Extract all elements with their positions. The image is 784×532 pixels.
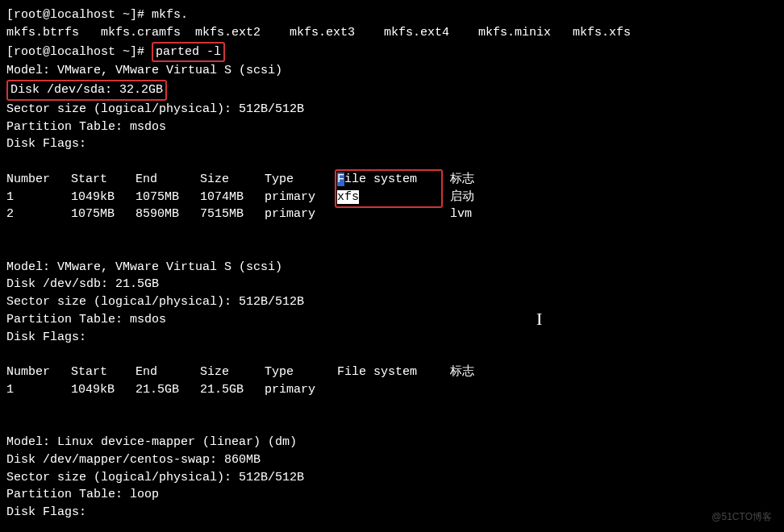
disk3-sector: Sector size (logical/physical): 512B/512…: [6, 469, 778, 487]
col-end: End: [136, 171, 200, 189]
disk3-disk: Disk /dev/mapper/centos-swap: 860MB: [6, 451, 778, 469]
prompt-line-1: [root@localhost ~]# mkfs.: [6, 6, 778, 24]
prompt-line-2: [root@localhost ~]# parted -l: [6, 42, 778, 63]
blank: [6, 153, 778, 171]
cell-start: 1049kB: [71, 381, 136, 399]
col-filesystem: File system: [337, 364, 450, 381]
col-filesystem: File system: [337, 171, 450, 189]
cell-size: 1074MB: [200, 189, 265, 206]
mkfs-completion-list: mkfs.btrfs mkfs.cramfs mkfs.ext2 mkfs.ex…: [6, 24, 778, 42]
disk1-row-1: 1 1049kB 1075MB 1074MB primary xfs 启动: [6, 189, 778, 206]
cell-start: 1075MB: [71, 206, 136, 223]
cell-num: 1: [6, 189, 71, 206]
cell-end: 1075MB: [136, 189, 200, 206]
col-type: Type: [265, 171, 337, 189]
disk3-model: Model: Linux device-mapper (linear) (dm): [6, 434, 778, 451]
cell-fs: [337, 381, 450, 399]
disk2-ptable: Partition Table: msdos: [6, 311, 778, 329]
disk2-sector: Sector size (logical/physical): 512B/512…: [6, 293, 778, 311]
blank: [6, 241, 778, 259]
cell-type: primary: [265, 206, 337, 223]
col-size: Size: [200, 171, 265, 189]
col-number: Number: [6, 364, 71, 381]
cell-end: 21.5GB: [136, 381, 200, 399]
cell-start: 1049kB: [71, 189, 136, 206]
cell-type: primary: [265, 381, 337, 399]
blank: [6, 223, 778, 241]
cell-num: 2: [6, 206, 71, 223]
disk3-flags: Disk Flags:: [6, 504, 778, 522]
disk1-sector: Sector size (logical/physical): 512B/512…: [6, 101, 778, 118]
disk3-ptable: Partition Table: loop: [6, 486, 778, 504]
disk1-disk-line: Disk /dev/sda: 32.2GB: [6, 80, 778, 101]
blank: [6, 416, 778, 434]
disk2-disk: Disk /dev/sdb: 21.5GB: [6, 276, 778, 293]
cell-flag: 启动: [450, 189, 515, 206]
disk1-row-2: 2 1075MB 8590MB 7515MB primary lvm: [6, 206, 778, 223]
cell-fs: xfs: [337, 189, 450, 206]
xfs-selected: xfs: [337, 190, 359, 204]
cell-size: 21.5GB: [200, 381, 265, 399]
disk1-disk-highlight: Disk /dev/sda: 32.2GB: [6, 80, 167, 101]
fs-rest: ile system: [344, 172, 417, 186]
blank: [6, 399, 778, 417]
col-end: End: [136, 364, 200, 381]
cell-flag: lvm: [450, 206, 515, 223]
text-cursor-icon: I: [536, 306, 542, 332]
command-mkfs: mkfs.: [152, 8, 188, 22]
col-start: Start: [71, 171, 136, 189]
col-size: Size: [200, 364, 265, 381]
col-flag: 标志: [450, 364, 515, 381]
blank: [6, 346, 778, 364]
cell-type: primary: [265, 189, 337, 206]
command-parted-highlight: parted -l: [152, 42, 225, 63]
disk2-header-row: Number Start End Size Type File system 标…: [6, 364, 778, 381]
cell-fs: [337, 206, 450, 223]
disk2-model: Model: VMware, VMware Virtual S (scsi): [6, 259, 778, 276]
disk1-ptable: Partition Table: msdos: [6, 118, 778, 136]
cell-flag: [450, 381, 515, 399]
cell-end: 8590MB: [136, 206, 200, 223]
disk2-row-1: 1 1049kB 21.5GB 21.5GB primary: [6, 381, 778, 399]
col-number: Number: [6, 171, 71, 189]
disk1-header-row: Number Start End Size Type File system 标…: [6, 171, 778, 189]
watermark: @51CTO博客: [711, 510, 772, 524]
col-start: Start: [71, 364, 136, 381]
col-flag: 标志: [450, 171, 515, 189]
prompt-text: [root@localhost ~]#: [6, 8, 152, 22]
disk1-flags: Disk Flags:: [6, 135, 778, 153]
disk1-model: Model: VMware, VMware Virtual S (scsi): [6, 62, 778, 80]
disk2-flags: Disk Flags:: [6, 329, 778, 347]
fs-f-selected: F: [337, 172, 344, 186]
prompt-text: [root@localhost ~]#: [6, 45, 152, 59]
cell-num: 1: [6, 381, 71, 399]
cell-size: 7515MB: [200, 206, 265, 223]
col-type: Type: [265, 364, 337, 381]
